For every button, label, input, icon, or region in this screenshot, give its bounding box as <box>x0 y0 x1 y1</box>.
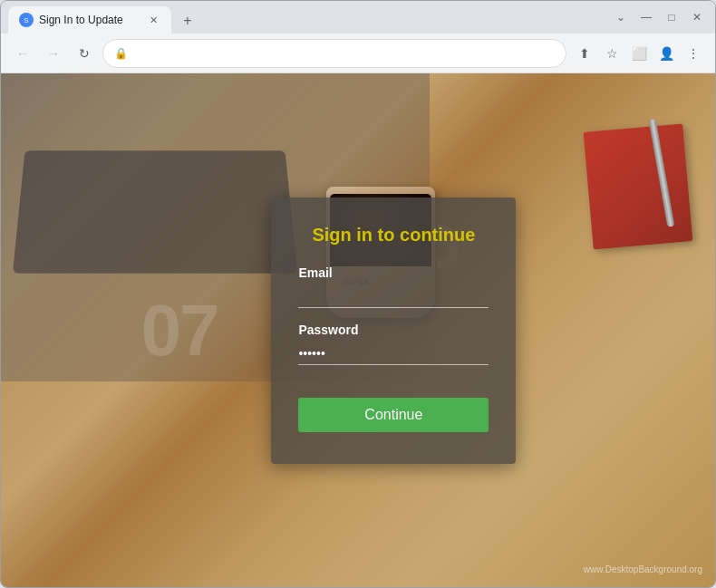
password-label: Password <box>298 323 489 337</box>
password-group: Password <box>298 323 489 365</box>
login-panel: Sign in to continue Email Password Conti… <box>271 198 516 464</box>
lock-icon: 🔒 <box>114 47 128 60</box>
email-group: Email <box>298 265 489 308</box>
bookmark-button[interactable]: ☆ <box>599 41 624 66</box>
menu-button[interactable]: ⋮ <box>681 41 706 66</box>
email-input[interactable] <box>298 285 489 308</box>
continue-button[interactable]: Continue <box>298 398 489 432</box>
close-button[interactable]: ✕ <box>686 6 708 28</box>
toolbar-actions: ⬆ ☆ ⬜ 👤 ⋮ <box>572 41 706 66</box>
tab-close-button[interactable]: ✕ <box>146 13 160 27</box>
maximize-button[interactable]: □ <box>661 6 682 28</box>
active-tab[interactable]: S Sign In to Update ✕ <box>8 6 171 34</box>
collapse-button[interactable]: ⌄ <box>610 6 632 28</box>
tab-title: Sign In to Update <box>39 14 140 26</box>
email-label: Email <box>298 265 489 280</box>
tab-strip: S Sign In to Update ✕ + <box>8 1 606 34</box>
tab-switcher-button[interactable]: ⬜ <box>626 41 652 66</box>
share-button[interactable]: ⬆ <box>572 41 597 66</box>
browser-window: S Sign In to Update ✕ + ⌄ — □ ✕ ← → ↻ 🔒 … <box>0 0 716 588</box>
back-button[interactable]: ← <box>10 41 35 66</box>
page-content: Script 07 www.DesktopBackground.org Sign… <box>1 73 715 587</box>
minimize-button[interactable]: — <box>635 6 657 28</box>
window-controls: ⌄ — □ ✕ <box>610 6 708 28</box>
new-tab-button[interactable]: + <box>175 8 200 34</box>
login-title: Sign in to continue <box>298 225 489 246</box>
address-bar[interactable]: 🔒 <box>102 39 566 68</box>
browser-toolbar: ← → ↻ 🔒 ⬆ ☆ ⬜ 👤 ⋮ <box>1 34 715 73</box>
password-input[interactable] <box>298 342 489 365</box>
notebook <box>584 123 693 249</box>
title-bar: S Sign In to Update ✕ + ⌄ — □ ✕ <box>1 1 715 34</box>
tab-favicon: S <box>19 13 34 27</box>
reload-button[interactable]: ↻ <box>72 41 97 66</box>
forward-button[interactable]: → <box>41 41 66 66</box>
profile-button[interactable]: 👤 <box>653 41 679 66</box>
site-credit: www.DesktopBackground.org <box>584 564 702 574</box>
